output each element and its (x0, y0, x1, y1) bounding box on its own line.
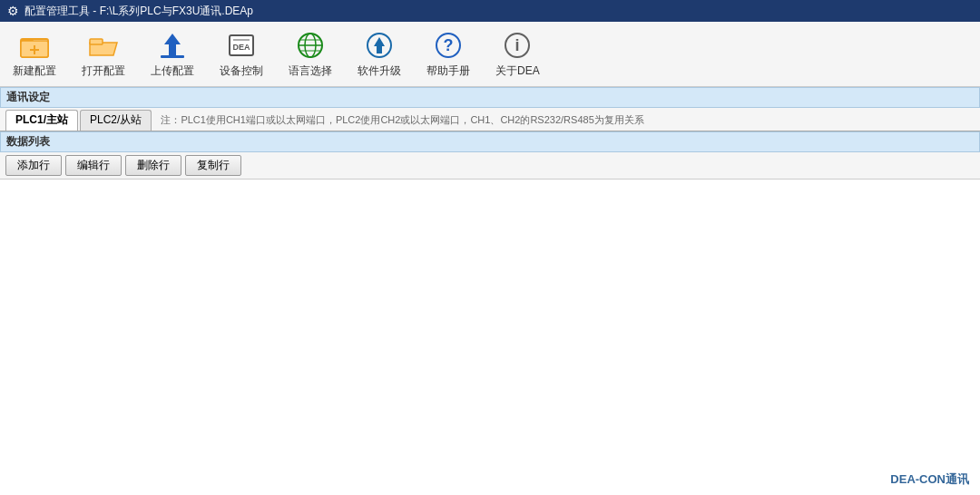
software-upgrade-label: 软件升级 (358, 63, 401, 79)
new-config-button[interactable]: 新建配置 (7, 25, 62, 82)
title-bar: ⚙ 配置管理工具 - F:\L系列PLC与FX3U通讯.DEAp (0, 0, 980, 22)
help-manual-label: 帮助手册 (426, 63, 470, 79)
svg-rect-20 (377, 46, 382, 53)
copy-row-button[interactable]: 复制行 (185, 155, 241, 176)
about-dea-icon: i (501, 29, 534, 62)
lang-select-icon (294, 29, 327, 62)
tab-plc1[interactable]: PLC1/主站 (5, 110, 78, 131)
device-control-button[interactable]: DEA 设备控制 (214, 25, 269, 82)
svg-rect-9 (161, 55, 184, 58)
svg-marker-8 (164, 34, 181, 44)
help-manual-icon: ? (432, 29, 465, 62)
comm-section-header: 通讯设定 (0, 87, 980, 108)
svg-text:DEA: DEA (232, 43, 250, 52)
delete-row-button[interactable]: 删除行 (125, 155, 181, 176)
title-text: 配置管理工具 - F:\L系列PLC与FX3U通讯.DEAp (24, 4, 253, 19)
about-dea-label: 关于DEA (495, 63, 540, 79)
open-config-icon (87, 29, 120, 62)
app-icon: ⚙ (7, 4, 19, 18)
data-table-wrapper[interactable] (0, 180, 980, 495)
help-manual-button[interactable]: ? 帮助手册 (421, 25, 475, 82)
svg-text:i: i (515, 36, 520, 54)
open-config-button[interactable]: 打开配置 (76, 25, 131, 82)
device-control-icon: DEA (225, 29, 258, 62)
svg-marker-19 (374, 37, 385, 46)
edit-row-button[interactable]: 编辑行 (65, 155, 122, 176)
device-control-label: 设备控制 (220, 63, 263, 79)
svg-rect-6 (90, 39, 103, 44)
new-config-icon (18, 29, 51, 62)
new-config-label: 新建配置 (13, 63, 56, 79)
main-content: 通讯设定 PLC1/主站 PLC2/从站 注：PLC1使用CH1端口或以太网端口… (0, 87, 980, 495)
svg-rect-7 (169, 44, 176, 55)
branding: DEA-CON通讯 (890, 471, 969, 488)
lang-select-label: 语言选择 (289, 63, 332, 79)
tab-plc2[interactable]: PLC2/从站 (80, 110, 152, 131)
data-section-header: 数据列表 (6, 134, 50, 150)
upload-config-icon (156, 29, 189, 62)
svg-text:?: ? (444, 36, 454, 54)
toolbar: 新建配置 打开配置 上传配置DEA 设备控制 语言选择 软件升级? 帮助手册i … (0, 22, 980, 87)
about-dea-button[interactable]: i 关于DEA (490, 25, 545, 82)
svg-rect-12 (233, 39, 250, 41)
open-config-label: 打开配置 (82, 63, 125, 79)
software-upgrade-button[interactable]: 软件升级 (352, 25, 407, 82)
upload-config-button[interactable]: 上传配置 (145, 25, 200, 82)
table-toolbar: 添加行编辑行删除行复制行 (0, 152, 980, 180)
comm-tabs: PLC1/主站 PLC2/从站 注：PLC1使用CH1端口或以太网端口，PLC2… (0, 108, 980, 131)
comm-note: 注：PLC1使用CH1端口或以太网端口，PLC2使用CH2或以太网端口，CH1、… (153, 110, 651, 131)
add-row-button[interactable]: 添加行 (5, 155, 62, 176)
lang-select-button[interactable]: 语言选择 (283, 25, 338, 82)
software-upgrade-icon (363, 29, 396, 62)
upload-config-label: 上传配置 (151, 63, 194, 79)
